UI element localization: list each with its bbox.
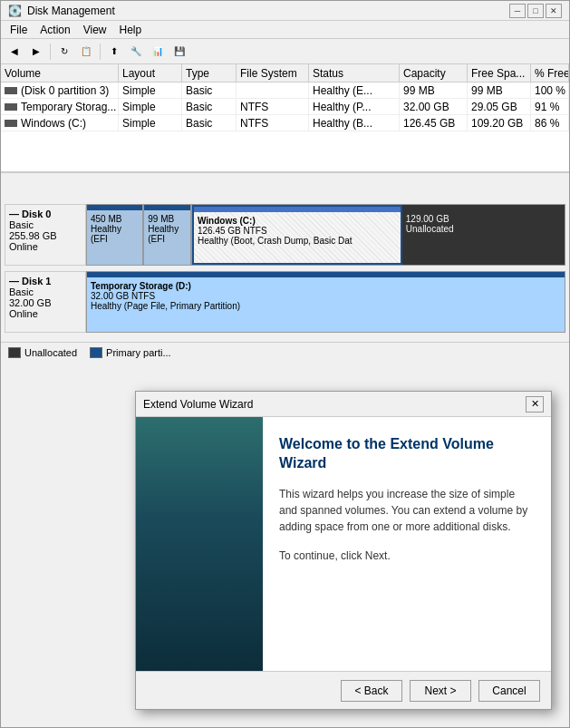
cell-capacity-0: 99 MB: [400, 83, 468, 98]
col-header-volume[interactable]: Volume: [1, 64, 119, 82]
cell-type-0: Basic: [182, 83, 237, 98]
seg-header-unalloc: [402, 205, 565, 210]
toolbar-forward[interactable]: ▶: [26, 42, 46, 62]
seg-450mb-status: Healthy (EFI: [91, 224, 139, 244]
title-bar-left: 💽 Disk Management: [8, 5, 115, 17]
seg-99mb-size: 99 MB: [148, 214, 187, 224]
seg-unalloc-status: Unallocated: [406, 224, 561, 234]
dialog-content: Welcome to the Extend VolumeWizard This …: [263, 417, 551, 671]
table-row[interactable]: Windows (C:) Simple Basic NTFS Healthy (…: [1, 115, 569, 131]
disk0-seg-unallocated[interactable]: 129.00 GB Unallocated: [402, 205, 565, 265]
seg-450mb-size: 450 MB: [91, 214, 139, 224]
cell-freespace-0: 99 MB: [468, 83, 531, 98]
minimize-button[interactable]: ─: [509, 4, 526, 18]
seg-header-blue: [87, 205, 142, 210]
dialog-sidebar: [136, 417, 263, 671]
maximize-button[interactable]: □: [527, 4, 544, 18]
dialog-body: Welcome to the Extend VolumeWizard This …: [136, 417, 551, 671]
cell-fs-1: NTFS: [237, 99, 309, 114]
disk1-seg-primary[interactable]: Temporary Storage (D:) 32.00 GB NTFS Hea…: [87, 272, 565, 332]
seg-disk1-label: Temporary Storage (D:): [91, 281, 561, 291]
toolbar-btn3[interactable]: ⬆: [104, 42, 124, 62]
legend-primary: Primary parti...: [90, 347, 171, 358]
dialog-heading: Welcome to the Extend VolumeWizard: [279, 435, 535, 473]
col-header-freespace[interactable]: Free Spa...: [468, 64, 531, 82]
toolbar-refresh[interactable]: ↻: [54, 42, 74, 62]
legend-primary-label: Primary parti...: [106, 347, 171, 358]
cell-fs-0: [237, 83, 309, 98]
seg-windows-status: Healthy (Boot, Crash Dump, Basic Dat: [198, 236, 397, 246]
legend-unalloc-box: [8, 347, 21, 358]
spacer: [1, 173, 569, 200]
volume-icon-1: [5, 103, 17, 111]
cell-fs-2: NTFS: [237, 115, 309, 131]
disk-1-info: — Disk 1 Basic 32.00 GB Online: [5, 271, 86, 333]
disk0-seg-99mb[interactable]: 99 MB Healthy (EFI: [144, 205, 192, 265]
col-header-fs[interactable]: File System: [237, 64, 309, 82]
disk-0-size: 255.98 GB: [9, 230, 82, 241]
cell-capacity-1: 32.00 GB: [400, 99, 468, 114]
legend-primary-box: [90, 347, 102, 358]
close-button[interactable]: ✕: [546, 4, 562, 18]
col-header-pctfree[interactable]: % Free: [531, 64, 569, 82]
menu-action[interactable]: Action: [34, 22, 75, 38]
disk-0-status: Online: [9, 241, 82, 252]
disk-0-info: — Disk 0 Basic 255.98 GB Online: [5, 204, 86, 266]
cell-pctfree-0: 100 %: [531, 83, 569, 98]
legend-bar: Unallocated Primary parti...: [1, 342, 569, 362]
seg-header-windows: [194, 207, 401, 212]
col-header-layout[interactable]: Layout: [119, 64, 182, 82]
window-title: Disk Management: [27, 5, 115, 17]
seg-windows-size: 126.45 GB NTFS: [198, 226, 397, 236]
table-row[interactable]: Temporary Storag... Simple Basic NTFS He…: [1, 99, 569, 115]
col-header-type[interactable]: Type: [182, 64, 237, 82]
seg-header-blue-2: [144, 205, 190, 210]
menu-file[interactable]: File: [5, 22, 33, 38]
disk-0-name: — Disk 0: [9, 209, 82, 219]
cell-layout-1: Simple: [119, 99, 182, 114]
menu-bar: File Action View Help: [1, 21, 569, 39]
legend-unalloc-label: Unallocated: [24, 347, 77, 358]
cell-status-0: Healthy (E...: [309, 83, 400, 98]
toolbar-btn5[interactable]: 📊: [148, 42, 168, 62]
dialog-back-button[interactable]: < Back: [341, 680, 402, 702]
dialog-cancel-button[interactable]: Cancel: [478, 680, 540, 702]
toolbar-back[interactable]: ◀: [5, 42, 24, 62]
seg-disk1-size: 32.00 GB NTFS: [91, 291, 561, 301]
col-header-capacity[interactable]: Capacity: [400, 64, 468, 82]
menu-view[interactable]: View: [78, 22, 112, 38]
disk-0-partitions: 450 MB Healthy (EFI 99 MB Healthy (EFI W…: [86, 204, 565, 266]
volume-list: Volume Layout Type File System Status Ca…: [1, 64, 569, 173]
cell-type-1: Basic: [182, 99, 237, 114]
cell-pctfree-2: 86 %: [531, 115, 569, 131]
dialog-title-bar: Extend Volume Wizard ✕: [136, 392, 551, 417]
toolbar: ◀ ▶ ↻ 📋 ⬆ 🔧 📊 💾: [1, 39, 569, 64]
title-bar-controls: ─ □ ✕: [509, 4, 562, 18]
legend-unallocated: Unallocated: [8, 347, 77, 358]
cell-layout-2: Simple: [119, 115, 182, 131]
dialog-next-button[interactable]: Next >: [410, 680, 471, 702]
toolbar-sep-1: [50, 44, 51, 60]
disk-1-partitions: Temporary Storage (D:) 32.00 GB NTFS Hea…: [86, 271, 565, 333]
dialog-instruction: To continue, click Next.: [279, 548, 535, 564]
dialog-description: This wizard helps you increase the size …: [279, 486, 535, 535]
toolbar-btn4[interactable]: 🔧: [126, 42, 146, 62]
toolbar-btn2[interactable]: 📋: [76, 42, 96, 62]
disk0-seg-450mb[interactable]: 450 MB Healthy (EFI: [87, 205, 144, 265]
cell-type-2: Basic: [182, 115, 237, 131]
seg-header-disk1: [87, 272, 565, 277]
dialog-close-button[interactable]: ✕: [526, 396, 544, 413]
toolbar-btn6[interactable]: 💾: [169, 42, 189, 62]
cell-volume-0: (Disk 0 partition 3): [1, 83, 119, 98]
disk-1-status: Online: [9, 308, 82, 319]
cell-layout-0: Simple: [119, 83, 182, 98]
dialog-title: Extend Volume Wizard: [143, 398, 253, 411]
disk-1-type: Basic: [9, 286, 82, 297]
table-row[interactable]: (Disk 0 partition 3) Simple Basic Health…: [1, 83, 569, 99]
seg-disk1-status: Healthy (Page File, Primary Partition): [91, 301, 561, 311]
disk0-seg-windows[interactable]: Windows (C:) 126.45 GB NTFS Healthy (Boo…: [192, 205, 402, 265]
main-window: 💽 Disk Management ─ □ ✕ File Action View…: [0, 0, 570, 728]
col-header-status[interactable]: Status: [309, 64, 400, 82]
dialog-footer: < Back Next > Cancel: [136, 671, 551, 709]
menu-help[interactable]: Help: [114, 22, 148, 38]
